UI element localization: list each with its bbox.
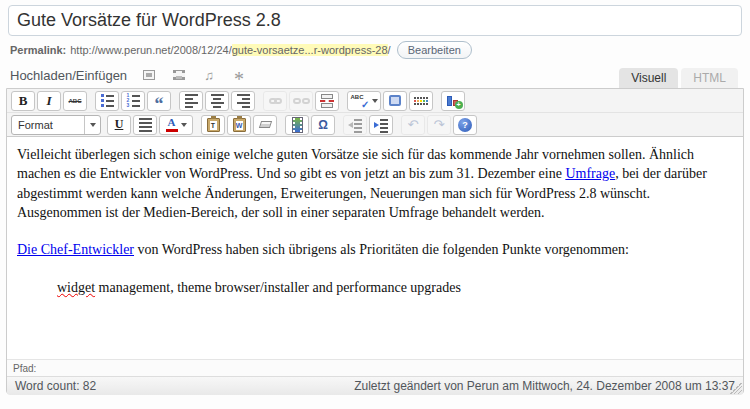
format-dropdown-arrow-icon[interactable] <box>84 116 100 134</box>
paste-as-text-icon: T <box>207 118 220 132</box>
link-button <box>263 91 287 111</box>
remove-format-button[interactable] <box>253 115 277 135</box>
strikethrough-button[interactable]: ABC <box>63 91 87 111</box>
permalink-row: Permalink: http://www.perun.net/2008/12/… <box>10 41 742 59</box>
text-color-icon: A <box>166 117 178 132</box>
underline-button[interactable]: U <box>107 115 131 135</box>
add-media-icon[interactable]: * <box>231 68 247 82</box>
add-image-icon[interactable] <box>141 68 157 82</box>
add-audio-icon[interactable]: ♫ <box>201 68 217 82</box>
numbered-list-icon: 1 2 3 <box>127 94 140 107</box>
paste-as-text-button[interactable]: T <box>201 115 225 135</box>
permalink-label: Permalink: <box>10 44 66 56</box>
edit-permalink-button[interactable]: Bearbeiten <box>397 41 472 59</box>
tab-html[interactable]: HTML <box>681 68 738 89</box>
toolbar-row-1: B I ABC 1 2 3 “ <box>7 89 743 113</box>
toolbar-row-2: Format U A T W Ω <box>7 113 743 137</box>
italic-button[interactable]: I <box>37 91 61 111</box>
permalink-slug[interactable]: gute-vorsaetze...r-wordpress-28 <box>232 44 388 56</box>
kitchen-sink-button[interactable] <box>409 91 433 111</box>
editor-tabs: Visuell HTML <box>619 68 738 89</box>
quote-block: widget management, theme browser/install… <box>57 278 733 297</box>
path-label: Pfad: <box>13 363 36 374</box>
special-char-button[interactable]: Ω <box>311 115 335 135</box>
tab-visual[interactable]: Visuell <box>619 68 678 89</box>
bullet-list-button[interactable] <box>95 91 119 111</box>
help-button[interactable]: ? <box>453 115 477 135</box>
link-icon <box>269 98 282 104</box>
help-icon: ? <box>458 118 472 132</box>
permalink-url-suffix: / <box>388 44 391 56</box>
unlink-button <box>289 91 313 111</box>
spellcheck-icon: ABC ✓ <box>351 94 369 108</box>
align-left-icon <box>185 94 198 108</box>
post-title-input[interactable] <box>8 5 742 36</box>
bold-button[interactable]: B <box>11 91 35 111</box>
align-right-icon <box>237 94 250 108</box>
paragraph-2: Die Chef-Entwickler von WordPress haben … <box>17 240 733 259</box>
post-title-field-wrap <box>8 5 742 36</box>
add-video-icon[interactable] <box>171 68 187 82</box>
media-bar: Hochladen/Einfügen ♫ * <box>10 64 247 86</box>
outdent-icon <box>348 119 362 131</box>
blockquote-button[interactable]: “ <box>147 91 171 111</box>
word-count: Word count: 82 <box>15 379 96 393</box>
undo-button: ↶ <box>401 115 425 135</box>
more-tag-icon <box>320 94 334 108</box>
insert-poll-button[interactable]: + <box>441 91 465 111</box>
bullet-list-icon <box>101 94 114 107</box>
permalink-url-prefix: http://www.perun.net/2008/12/24/ <box>70 44 231 56</box>
resize-grip-handle[interactable] <box>730 382 742 394</box>
editor-content-area[interactable]: Vielleicht überlegen sich schon einige w… <box>7 137 743 359</box>
misspelled-word: widget <box>57 280 95 295</box>
justify-button[interactable] <box>133 115 157 135</box>
last-edited-info: Zuletzt geändert von Perun am Mittwoch, … <box>354 379 735 393</box>
format-dropdown[interactable]: Format <box>11 115 101 135</box>
align-left-button[interactable] <box>179 91 203 111</box>
justify-icon <box>139 118 152 132</box>
indent-icon <box>374 119 388 131</box>
fullscreen-button[interactable] <box>383 91 407 111</box>
align-center-icon <box>211 94 224 108</box>
kitchen-sink-icon <box>414 97 428 105</box>
editor-status-bar: Word count: 82 Zuletzt geändert von Peru… <box>7 376 743 395</box>
text-color-dropdown-arrow-icon[interactable] <box>181 123 187 127</box>
paste-from-word-icon: W <box>233 118 246 132</box>
insert-media-button[interactable] <box>285 115 309 135</box>
eraser-icon <box>258 121 271 128</box>
redo-button: ↷ <box>427 115 451 135</box>
more-tag-button[interactable] <box>315 91 339 111</box>
align-right-button[interactable] <box>231 91 255 111</box>
poll-chart-icon: + <box>446 94 461 107</box>
spellcheck-button[interactable]: ABC ✓ <box>347 91 381 111</box>
element-path-bar: Pfad: <box>7 359 743 376</box>
spellcheck-dropdown-arrow-icon[interactable] <box>372 99 378 103</box>
chef-entwickler-link[interactable]: Die Chef-Entwickler <box>17 242 134 257</box>
unlink-icon <box>293 98 310 104</box>
outdent-button <box>343 115 367 135</box>
editor-container: B I ABC 1 2 3 “ <box>6 88 744 394</box>
fullscreen-icon <box>389 95 401 106</box>
align-center-button[interactable] <box>205 91 229 111</box>
paste-from-word-button[interactable]: W <box>227 115 251 135</box>
numbered-list-button[interactable]: 1 2 3 <box>121 91 145 111</box>
umfrage-link[interactable]: Umfrage <box>565 166 615 181</box>
indent-button[interactable] <box>369 115 393 135</box>
paragraph-1: Vielleicht überlegen sich schon einige w… <box>17 145 733 222</box>
text-color-button[interactable]: A <box>159 115 193 135</box>
media-bar-label: Hochladen/Einfügen <box>10 68 127 83</box>
filmstrip-icon <box>293 118 302 132</box>
